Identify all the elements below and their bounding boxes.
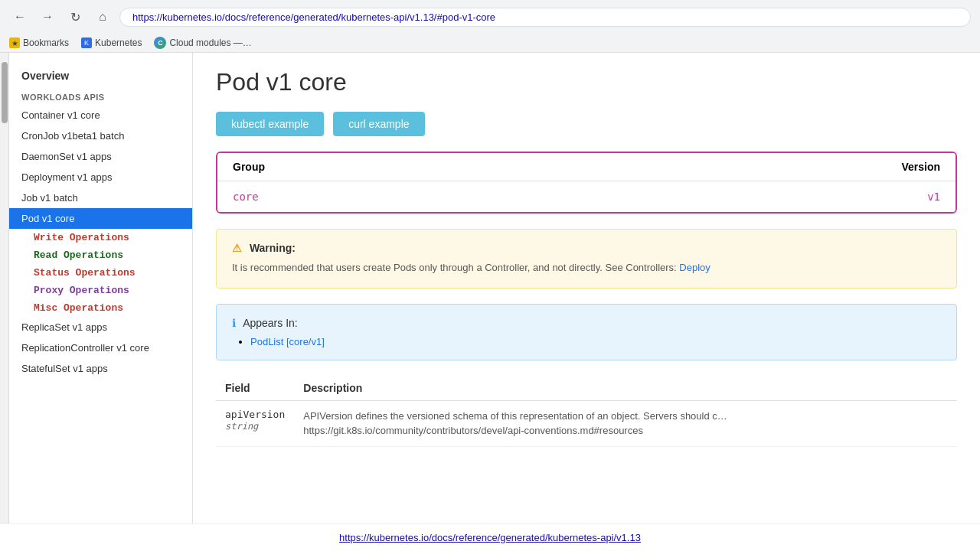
- sidebar-sub-item-read-operations[interactable]: Read Operations: [9, 246, 192, 264]
- scrollbar-gutter[interactable]: [0, 53, 9, 549]
- sidebar-item-deployment-v1-apps[interactable]: Deployment v1 apps: [9, 167, 192, 187]
- sidebar-item-container-v1-core[interactable]: Container v1 core: [9, 105, 192, 126]
- info-icon: ℹ: [232, 317, 236, 329]
- url-text: https://kubernetes.io/docs/reference/gen…: [132, 11, 495, 23]
- appears-in-list: PodList [core/v1]: [232, 335, 941, 347]
- fields-col-field: Field: [216, 376, 294, 401]
- page-container: Overview WORKLOADS APIS Container v1 cor…: [0, 53, 980, 549]
- sidebar-item-cronjob-v1beta1-batch[interactable]: CronJob v1beta1 batch: [9, 126, 192, 146]
- api-table-group-header: Group: [233, 161, 265, 173]
- bookmark-cloud-label: Cloud modules —…: [169, 37, 251, 48]
- bookmark-cloud-icon: C: [154, 37, 166, 49]
- field-type-apiversion: string: [225, 421, 258, 432]
- api-table-group-value: core: [233, 191, 259, 203]
- sidebar-item-statefulset-v1-apps[interactable]: StatefulSet v1 apps: [9, 358, 192, 379]
- address-bar[interactable]: https://kubernetes.io/docs/reference/gen…: [119, 8, 971, 27]
- appears-in-box: ℹ Appears In: PodList [core/v1]: [216, 304, 957, 360]
- sidebar-sub-item-proxy-operations[interactable]: Proxy Operations: [9, 282, 192, 299]
- field-name-apiversion: apiVersion: [225, 409, 285, 420]
- table-row: apiVersion string APIVersion defines the…: [216, 400, 957, 446]
- bookmark-kubernetes[interactable]: K Kubernetes: [81, 37, 142, 48]
- sidebar: Overview WORKLOADS APIS Container v1 cor…: [9, 53, 193, 549]
- bookmark-bookmarks-label: Bookmarks: [23, 37, 69, 48]
- warning-link[interactable]: Deploy: [679, 262, 710, 273]
- appears-in-label: Appears In:: [243, 317, 298, 329]
- warning-box: ⚠ Warning: It is recommended that users …: [216, 229, 957, 289]
- bookmark-cloud-modules[interactable]: C Cloud modules —…: [154, 37, 251, 49]
- bookmarks-bar: ★ Bookmarks K Kubernetes C Cloud modules…: [0, 34, 980, 52]
- sidebar-sub-item-write-operations[interactable]: Write Operations: [9, 229, 192, 246]
- warning-text: It is recommended that users create Pods…: [232, 260, 941, 276]
- appears-in-title: ℹ Appears In:: [232, 317, 941, 329]
- example-buttons: kubectl example curl example: [216, 112, 957, 136]
- fields-col-desc: Description: [294, 376, 957, 401]
- main-content: Pod v1 core kubectl example curl example…: [193, 53, 980, 549]
- sidebar-item-job-v1-batch[interactable]: Job v1 batch: [9, 187, 192, 208]
- browser-chrome: ← → ↻ ⌂ https://kubernetes.io/docs/refer…: [0, 0, 980, 53]
- sidebar-item-daemonset-v1-apps[interactable]: DaemonSet v1 apps: [9, 146, 192, 167]
- forward-button[interactable]: →: [37, 6, 58, 28]
- home-button[interactable]: ⌂: [92, 6, 113, 28]
- bookmark-kubernetes-label: Kubernetes: [95, 37, 142, 48]
- browser-toolbar: ← → ↻ ⌂ https://kubernetes.io/docs/refer…: [0, 0, 980, 34]
- curl-example-button[interactable]: curl example: [333, 112, 424, 136]
- sidebar-item-replicaset-v1-apps[interactable]: ReplicaSet v1 apps: [9, 317, 192, 337]
- warning-title: ⚠ Warning:: [232, 242, 941, 254]
- sidebar-workloads-label: WORKLOADS APIS: [9, 86, 192, 105]
- reload-button[interactable]: ↻: [64, 6, 86, 28]
- page-title: Pod v1 core: [216, 68, 957, 96]
- warning-title-text: Warning:: [250, 242, 296, 254]
- bookmark-bookmarks[interactable]: ★ Bookmarks: [9, 37, 69, 48]
- sidebar-sub-item-status-operations[interactable]: Status Operations: [9, 264, 192, 282]
- appears-in-podlist-link[interactable]: PodList [core/v1]: [250, 336, 325, 347]
- sidebar-item-replicationcontroller-v1-core[interactable]: ReplicationController v1 core: [9, 337, 192, 358]
- bottom-link-bar[interactable]: https://kubernetes.io/docs/reference/gen…: [0, 523, 980, 549]
- sidebar-item-pod-v1-core[interactable]: Pod v1 core: [9, 208, 192, 229]
- sidebar-sub-item-misc-operations[interactable]: Misc Operations: [9, 299, 192, 317]
- warning-icon: ⚠: [232, 242, 242, 254]
- field-desc-apiversion: APIVersion defines the versioned schema …: [294, 400, 957, 446]
- bookmark-star-icon: ★: [9, 37, 20, 48]
- bookmark-k8s-icon: K: [81, 37, 92, 48]
- sidebar-overview[interactable]: Overview: [9, 65, 192, 86]
- api-table-header: Group Version: [217, 153, 956, 181]
- bottom-link[interactable]: https://kubernetes.io/docs/reference/gen…: [339, 532, 641, 543]
- kubectl-example-button[interactable]: kubectl example: [216, 112, 324, 136]
- api-table-version-value: v1: [927, 191, 940, 203]
- scrollbar-thumb[interactable]: [2, 62, 8, 123]
- api-table-row: core v1: [217, 181, 956, 212]
- api-table: Group Version core v1: [216, 152, 957, 214]
- fields-table: Field Description apiVersion string APIV…: [216, 376, 957, 447]
- api-table-version-header: Version: [901, 161, 940, 173]
- back-button[interactable]: ←: [9, 6, 31, 28]
